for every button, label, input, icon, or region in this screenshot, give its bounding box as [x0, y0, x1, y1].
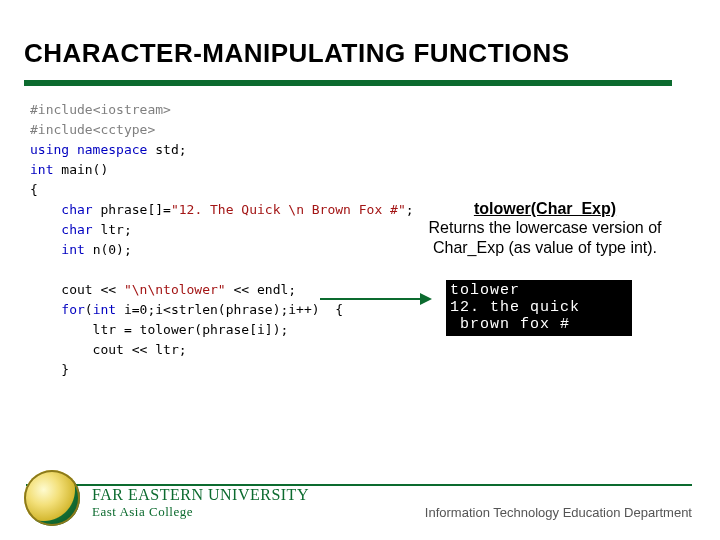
code-line-10a: cout << — [30, 282, 124, 297]
code-line-3-keyword: using namespace — [30, 142, 155, 157]
title-underline — [24, 80, 672, 86]
code-line-2-header: <cctype> — [93, 122, 156, 137]
institution-block: FAR EASTERN UNIVERSITY East Asia College — [92, 486, 309, 520]
code-line-1-keyword: #include — [30, 102, 93, 117]
code-line-4-keyword: int — [30, 162, 61, 177]
callout-title: tolower(Char_Exp) — [400, 200, 690, 218]
institution-subname: East Asia College — [92, 504, 309, 520]
callout-box: tolower(Char_Exp) Returns the lowercase … — [400, 200, 690, 258]
code-line-11d: i=0;i<strlen(phrase);i++) { — [124, 302, 343, 317]
code-line-6-keyword: char — [30, 202, 100, 217]
code-line-7-keyword: char — [30, 222, 100, 237]
arrow-head-icon — [420, 293, 432, 305]
console-output: tolower 12. the quick brown fox # — [446, 280, 632, 336]
code-block: #include<iostream> #include<cctype> usin… — [30, 100, 414, 380]
code-line-14: } — [30, 362, 69, 377]
code-line-5: { — [30, 182, 38, 197]
console-line-1: tolower — [450, 282, 520, 299]
code-line-13: cout << ltr; — [30, 342, 187, 357]
code-line-8-rest: n(0); — [93, 242, 132, 257]
code-line-7-rest: ltr; — [100, 222, 131, 237]
code-line-3-rest: std; — [155, 142, 186, 157]
code-line-4-rest: main() — [61, 162, 108, 177]
footer: FAR EASTERN UNIVERSITY East Asia College… — [0, 470, 720, 540]
code-line-11b: ( — [85, 302, 93, 317]
slide-title: CHARACTER-MANIPULATING FUNCTIONS — [24, 38, 570, 69]
code-line-11-for: for — [30, 302, 85, 317]
code-line-10-string: "\n\ntolower" — [124, 282, 226, 297]
university-seal-icon — [24, 470, 80, 526]
code-line-6-var: phrase[]= — [100, 202, 170, 217]
institution-name: FAR EASTERN UNIVERSITY — [92, 486, 309, 504]
code-line-2-keyword: #include — [30, 122, 93, 137]
arrow-line — [320, 298, 430, 300]
code-line-10c: << endl; — [226, 282, 296, 297]
code-line-6-string: "12. The Quick \n Brown Fox #" — [171, 202, 406, 217]
callout-body: Returns the lowercase version of Char_Ex… — [400, 218, 690, 258]
code-line-1-header: <iostream> — [93, 102, 171, 117]
code-line-12: ltr = tolower(phrase[i]); — [30, 322, 288, 337]
code-line-11-int: int — [93, 302, 124, 317]
code-line-8-keyword: int — [30, 242, 93, 257]
department-name: Information Technology Education Departm… — [425, 505, 692, 520]
console-line-3: brown fox # — [450, 316, 570, 333]
console-line-2: 12. the quick — [450, 299, 580, 316]
